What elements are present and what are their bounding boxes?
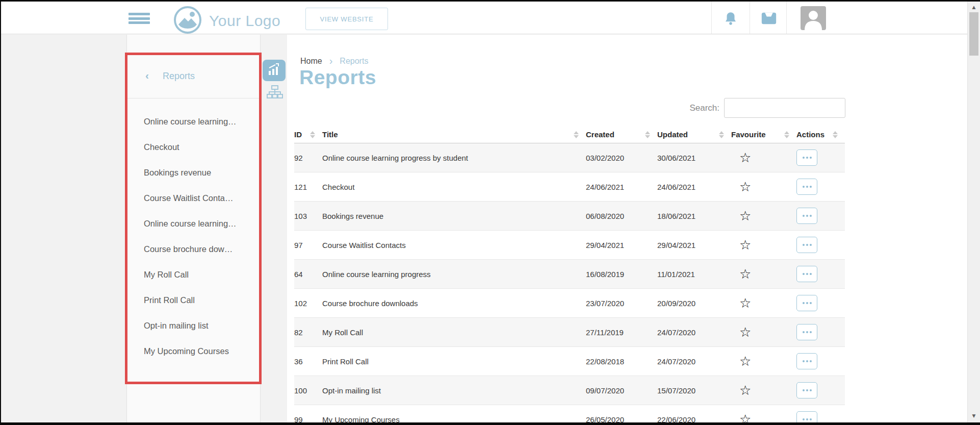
back-chevron-icon[interactable]: ‹: [145, 69, 149, 81]
table-row[interactable]: 92 Online course learning progress by st…: [294, 143, 845, 172]
sidebar-header[interactable]: ‹ Reports: [127, 35, 260, 98]
scroll-up-arrow-icon[interactable]: ▲: [968, 5, 980, 10]
cell-created: 06/08/2020: [586, 212, 657, 220]
cell-id: 82: [294, 328, 322, 337]
sidebar-report-item[interactable]: Bookings revenue: [127, 160, 260, 185]
sidebar-report-item[interactable]: Online course learning…: [127, 211, 260, 236]
sidebar-report-item[interactable]: Course brochure dow…: [127, 236, 260, 262]
favourite-star-icon[interactable]: ☆: [739, 208, 751, 223]
cell-updated: 22/06/2020: [657, 415, 731, 424]
main-content: Home › Reports Reports Search: ID Title …: [287, 35, 967, 422]
search-label: Search:: [689, 103, 719, 113]
sidebar-title: Reports: [163, 71, 195, 81]
sidebar-report-item[interactable]: Course Waitlist Conta…: [127, 185, 260, 211]
table-row[interactable]: 64 Online course learning progress 16/08…: [294, 260, 845, 289]
table-row[interactable]: 102 Course brochure downloads 23/07/2020…: [294, 289, 845, 318]
row-actions-button[interactable]: [796, 266, 817, 282]
sort-icon[interactable]: [833, 131, 838, 138]
favourite-star-icon[interactable]: ☆: [739, 237, 751, 253]
row-actions-button[interactable]: [796, 149, 817, 166]
favourite-star-icon[interactable]: ☆: [739, 324, 751, 340]
cell-created: 24/06/2021: [586, 183, 657, 191]
sort-icon[interactable]: [574, 131, 579, 138]
column-header-updated[interactable]: Updated: [657, 126, 731, 143]
sort-icon[interactable]: [645, 131, 650, 138]
sort-icon[interactable]: [719, 131, 724, 138]
reports-chart-button[interactable]: [263, 60, 286, 81]
row-actions-button[interactable]: [796, 295, 817, 311]
breadcrumb-home-link[interactable]: Home: [300, 57, 322, 66]
row-actions-button[interactable]: [796, 353, 817, 369]
cell-title: Online course learning progress by stude…: [322, 154, 586, 162]
cell-id: 92: [294, 154, 322, 162]
sitemap-view-button[interactable]: [266, 85, 284, 102]
logo[interactable]: Your Logo: [173, 6, 280, 36]
sidebar-report-item[interactable]: My Roll Call: [127, 262, 260, 287]
sitemap-icon: [266, 85, 283, 102]
favourite-star-icon[interactable]: ☆: [739, 412, 751, 425]
favourite-star-icon[interactable]: ☆: [739, 354, 751, 369]
favourite-star-icon[interactable]: ☆: [739, 266, 751, 282]
cell-id: 99: [294, 415, 322, 424]
cell-title: Course brochure downloads: [322, 299, 586, 308]
row-actions-button[interactable]: [796, 179, 817, 195]
sidebar-report-item[interactable]: Online course learning…: [127, 109, 260, 134]
search-input[interactable]: [724, 98, 845, 118]
cell-updated: 24/07/2020: [657, 357, 731, 366]
table-row[interactable]: 36 Print Roll Call 22/08/2018 24/07/2020…: [294, 347, 845, 376]
row-actions-button[interactable]: [796, 324, 817, 340]
hamburger-menu-icon[interactable]: [128, 13, 150, 24]
cell-created: 09/07/2020: [586, 386, 657, 395]
cell-id: 36: [294, 357, 322, 366]
cell-created: 03/02/2020: [586, 154, 657, 162]
top-header: Your Logo VIEW WEBSITE: [1, 2, 967, 34]
scroll-down-arrow-icon[interactable]: ▼: [968, 413, 980, 418]
favourite-star-icon[interactable]: ☆: [739, 150, 751, 165]
bell-icon[interactable]: [723, 11, 739, 26]
scrollbar-thumb[interactable]: [969, 12, 978, 56]
table-row[interactable]: 121 Checkout 24/06/2021 24/06/2021 ☆: [294, 172, 845, 202]
sidebar-report-item[interactable]: Opt-in mailing list: [127, 313, 260, 338]
column-header-created[interactable]: Created: [586, 126, 657, 143]
table-row[interactable]: 103 Bookings revenue 06/08/2020 18/06/20…: [294, 202, 845, 231]
cell-updated: 24/06/2021: [657, 183, 731, 191]
column-header-actions[interactable]: Actions: [796, 126, 845, 143]
cell-title: Checkout: [322, 183, 586, 191]
favourite-star-icon[interactable]: ☆: [739, 383, 751, 398]
header-divider: [786, 2, 787, 34]
column-header-title[interactable]: Title: [322, 126, 586, 143]
logo-text: Your Logo: [209, 12, 280, 30]
header-divider: [711, 2, 712, 34]
header-divider: [750, 2, 750, 34]
row-actions-button[interactable]: [796, 237, 817, 253]
sidebar-report-item[interactable]: My Upcoming Courses: [127, 338, 260, 364]
cell-id: 64: [294, 270, 322, 279]
table-header-row: ID Title Created Updated Favourite: [294, 126, 845, 143]
sidebar-report-item[interactable]: Checkout: [127, 134, 260, 160]
table-row[interactable]: 97 Course Waitlist Contacts 29/04/2021 2…: [294, 231, 845, 260]
view-website-button[interactable]: VIEW WEBSITE: [305, 8, 388, 30]
column-header-favourite[interactable]: Favourite: [731, 126, 796, 143]
sidebar-report-item[interactable]: Print Roll Call: [127, 287, 260, 313]
favourite-star-icon[interactable]: ☆: [739, 179, 751, 194]
bar-chart-icon: [267, 63, 281, 78]
cell-id: 103: [294, 212, 322, 220]
user-avatar[interactable]: [801, 6, 826, 30]
table-row[interactable]: 100 Opt-in mailing list 09/07/2020 15/07…: [294, 376, 845, 405]
column-header-id[interactable]: ID: [294, 126, 322, 143]
cell-created: 16/08/2019: [586, 270, 657, 279]
favourite-star-icon[interactable]: ☆: [739, 295, 751, 311]
sort-icon[interactable]: [310, 131, 315, 138]
inbox-icon[interactable]: [760, 11, 777, 26]
row-actions-button[interactable]: [796, 411, 817, 425]
table-row[interactable]: 82 My Roll Call 27/11/2019 24/07/2020 ☆: [294, 318, 845, 347]
cell-title: My Upcoming Courses: [322, 415, 586, 424]
vertical-scrollbar[interactable]: ▲ ▼: [967, 2, 980, 422]
sort-icon[interactable]: [784, 131, 789, 138]
breadcrumb-current: Reports: [340, 57, 368, 66]
sidebar: ‹ Reports Online course learning…Checkou…: [126, 35, 261, 422]
cell-updated: 24/07/2020: [657, 328, 731, 337]
row-actions-button[interactable]: [796, 382, 817, 398]
table-row[interactable]: 99 My Upcoming Courses 26/05/2020 22/06/…: [294, 405, 845, 425]
row-actions-button[interactable]: [796, 208, 817, 224]
